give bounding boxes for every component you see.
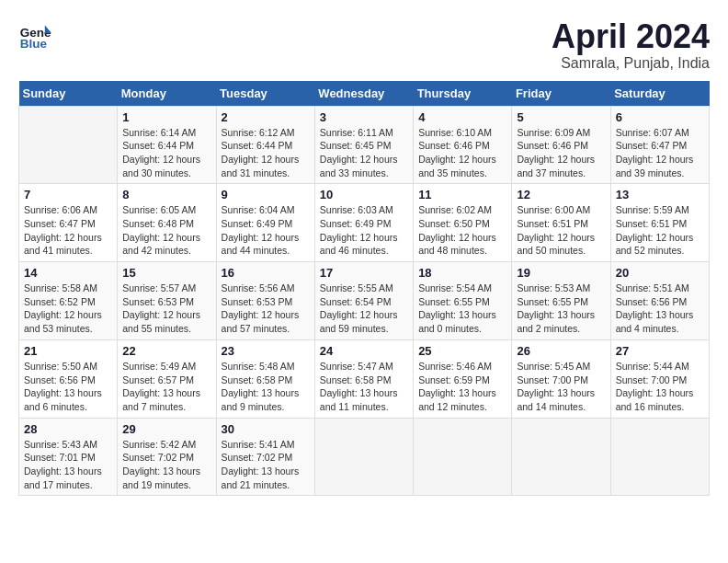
week-row-5: 28Sunrise: 5:43 AMSunset: 7:01 PMDayligh… xyxy=(19,418,710,496)
logo-icon: General Blue xyxy=(18,18,51,52)
calendar-cell: 18Sunrise: 5:54 AMSunset: 6:55 PMDayligh… xyxy=(414,262,512,340)
calendar-cell: 2Sunrise: 6:12 AMSunset: 6:44 PMDaylight… xyxy=(216,106,314,184)
day-info: Sunrise: 5:43 AMSunset: 7:01 PMDaylight:… xyxy=(24,438,112,492)
day-number: 25 xyxy=(418,344,506,358)
header-row: Sunday Monday Tuesday Wednesday Thursday… xyxy=(19,81,710,107)
calendar-cell xyxy=(512,418,610,496)
day-number: 15 xyxy=(122,266,210,280)
day-info: Sunrise: 5:45 AMSunset: 7:00 PMDaylight:… xyxy=(517,360,605,414)
calendar-cell: 24Sunrise: 5:47 AMSunset: 6:58 PMDayligh… xyxy=(314,339,413,418)
calendar-cell: 11Sunrise: 6:02 AMSunset: 6:50 PMDayligh… xyxy=(414,184,512,262)
calendar-cell: 19Sunrise: 5:53 AMSunset: 6:55 PMDayligh… xyxy=(512,262,610,340)
day-info: Sunrise: 5:48 AMSunset: 6:58 PMDaylight:… xyxy=(222,360,310,414)
col-wednesday: Wednesday xyxy=(314,81,413,107)
day-info: Sunrise: 6:07 AMSunset: 6:47 PMDaylight:… xyxy=(616,126,704,180)
calendar-cell xyxy=(19,106,118,184)
day-info: Sunrise: 5:50 AMSunset: 6:56 PMDaylight:… xyxy=(24,360,112,414)
calendar-cell: 29Sunrise: 5:42 AMSunset: 7:02 PMDayligh… xyxy=(118,418,216,496)
day-number: 1 xyxy=(122,110,210,124)
day-number: 30 xyxy=(222,422,310,436)
calendar-cell: 20Sunrise: 5:51 AMSunset: 6:56 PMDayligh… xyxy=(610,262,709,340)
day-number: 23 xyxy=(222,344,310,358)
day-number: 19 xyxy=(517,266,605,280)
day-info: Sunrise: 6:00 AMSunset: 6:51 PMDaylight:… xyxy=(517,203,605,258)
day-info: Sunrise: 5:42 AMSunset: 7:02 PMDaylight:… xyxy=(122,438,210,492)
day-info: Sunrise: 5:57 AMSunset: 6:53 PMDaylight:… xyxy=(122,282,210,336)
calendar-cell: 16Sunrise: 5:56 AMSunset: 6:53 PMDayligh… xyxy=(216,262,314,340)
day-number: 27 xyxy=(616,344,704,358)
day-info: Sunrise: 6:12 AMSunset: 6:44 PMDaylight:… xyxy=(222,126,310,180)
day-number: 4 xyxy=(418,110,506,124)
day-number: 9 xyxy=(222,188,310,201)
day-info: Sunrise: 6:10 AMSunset: 6:46 PMDaylight:… xyxy=(418,126,506,180)
day-info: Sunrise: 5:47 AMSunset: 6:58 PMDaylight:… xyxy=(320,360,408,414)
day-number: 26 xyxy=(517,344,605,358)
svg-text:Blue: Blue xyxy=(20,37,48,51)
calendar-cell: 3Sunrise: 6:11 AMSunset: 6:45 PMDaylight… xyxy=(314,106,413,184)
logo: General Blue xyxy=(18,18,51,52)
calendar-table: Sunday Monday Tuesday Wednesday Thursday… xyxy=(18,81,710,497)
calendar-cell: 14Sunrise: 5:58 AMSunset: 6:52 PMDayligh… xyxy=(19,262,118,340)
day-number: 10 xyxy=(320,188,408,201)
day-info: Sunrise: 5:51 AMSunset: 6:56 PMDaylight:… xyxy=(616,282,704,336)
calendar-cell: 7Sunrise: 6:06 AMSunset: 6:47 PMDaylight… xyxy=(19,184,118,262)
calendar-cell: 22Sunrise: 5:49 AMSunset: 6:57 PMDayligh… xyxy=(118,339,216,418)
day-info: Sunrise: 5:46 AMSunset: 6:59 PMDaylight:… xyxy=(418,360,506,414)
day-info: Sunrise: 6:09 AMSunset: 6:46 PMDaylight:… xyxy=(517,126,605,180)
col-tuesday: Tuesday xyxy=(216,81,314,107)
day-info: Sunrise: 6:05 AMSunset: 6:48 PMDaylight:… xyxy=(122,203,210,258)
day-number: 14 xyxy=(24,266,112,280)
col-friday: Friday xyxy=(512,81,610,107)
title-area: April 2024 Samrala, Punjab, India xyxy=(552,18,710,72)
calendar-cell: 30Sunrise: 5:41 AMSunset: 7:02 PMDayligh… xyxy=(216,418,314,496)
calendar-header: Sunday Monday Tuesday Wednesday Thursday… xyxy=(19,81,710,107)
day-number: 21 xyxy=(24,344,112,358)
calendar-cell: 15Sunrise: 5:57 AMSunset: 6:53 PMDayligh… xyxy=(118,262,216,340)
col-saturday: Saturday xyxy=(610,81,709,107)
calendar-cell: 23Sunrise: 5:48 AMSunset: 6:58 PMDayligh… xyxy=(216,339,314,418)
day-number: 2 xyxy=(222,110,310,124)
calendar-body: 1Sunrise: 6:14 AMSunset: 6:44 PMDaylight… xyxy=(19,106,710,496)
page-header: General Blue April 2024 Samrala, Punjab,… xyxy=(18,18,710,72)
calendar-cell: 17Sunrise: 5:55 AMSunset: 6:54 PMDayligh… xyxy=(314,262,413,340)
day-info: Sunrise: 6:14 AMSunset: 6:44 PMDaylight:… xyxy=(122,126,210,180)
day-info: Sunrise: 5:56 AMSunset: 6:53 PMDaylight:… xyxy=(222,282,310,336)
week-row-3: 14Sunrise: 5:58 AMSunset: 6:52 PMDayligh… xyxy=(19,262,710,340)
day-info: Sunrise: 5:44 AMSunset: 7:00 PMDaylight:… xyxy=(616,360,704,414)
day-info: Sunrise: 6:02 AMSunset: 6:50 PMDaylight:… xyxy=(418,203,506,258)
calendar-cell: 9Sunrise: 6:04 AMSunset: 6:49 PMDaylight… xyxy=(216,184,314,262)
day-number: 11 xyxy=(418,188,506,201)
calendar-cell: 6Sunrise: 6:07 AMSunset: 6:47 PMDaylight… xyxy=(610,106,709,184)
day-info: Sunrise: 5:49 AMSunset: 6:57 PMDaylight:… xyxy=(122,360,210,414)
calendar-cell xyxy=(610,418,709,496)
day-number: 17 xyxy=(320,266,408,280)
day-number: 8 xyxy=(122,188,210,201)
calendar-cell: 5Sunrise: 6:09 AMSunset: 6:46 PMDaylight… xyxy=(512,106,610,184)
day-info: Sunrise: 5:55 AMSunset: 6:54 PMDaylight:… xyxy=(320,282,408,336)
day-number: 29 xyxy=(122,422,210,436)
calendar-cell: 1Sunrise: 6:14 AMSunset: 6:44 PMDaylight… xyxy=(118,106,216,184)
page-subtitle: Samrala, Punjab, India xyxy=(552,55,710,72)
day-number: 3 xyxy=(320,110,408,124)
day-info: Sunrise: 5:54 AMSunset: 6:55 PMDaylight:… xyxy=(418,282,506,336)
week-row-4: 21Sunrise: 5:50 AMSunset: 6:56 PMDayligh… xyxy=(19,339,710,418)
day-info: Sunrise: 6:11 AMSunset: 6:45 PMDaylight:… xyxy=(320,126,408,180)
calendar-cell xyxy=(414,418,512,496)
day-info: Sunrise: 5:53 AMSunset: 6:55 PMDaylight:… xyxy=(517,282,605,336)
col-sunday: Sunday xyxy=(19,81,118,107)
col-monday: Monday xyxy=(118,81,216,107)
calendar-cell xyxy=(314,418,413,496)
day-number: 5 xyxy=(517,110,605,124)
day-info: Sunrise: 6:04 AMSunset: 6:49 PMDaylight:… xyxy=(222,203,310,258)
day-number: 16 xyxy=(222,266,310,280)
day-number: 28 xyxy=(24,422,112,436)
day-info: Sunrise: 5:58 AMSunset: 6:52 PMDaylight:… xyxy=(24,282,112,336)
calendar-cell: 26Sunrise: 5:45 AMSunset: 7:00 PMDayligh… xyxy=(512,339,610,418)
calendar-cell: 8Sunrise: 6:05 AMSunset: 6:48 PMDaylight… xyxy=(118,184,216,262)
col-thursday: Thursday xyxy=(414,81,512,107)
day-number: 12 xyxy=(517,188,605,201)
day-number: 18 xyxy=(418,266,506,280)
calendar-cell: 27Sunrise: 5:44 AMSunset: 7:00 PMDayligh… xyxy=(610,339,709,418)
calendar-cell: 13Sunrise: 5:59 AMSunset: 6:51 PMDayligh… xyxy=(610,184,709,262)
page-title: April 2024 xyxy=(552,18,710,55)
